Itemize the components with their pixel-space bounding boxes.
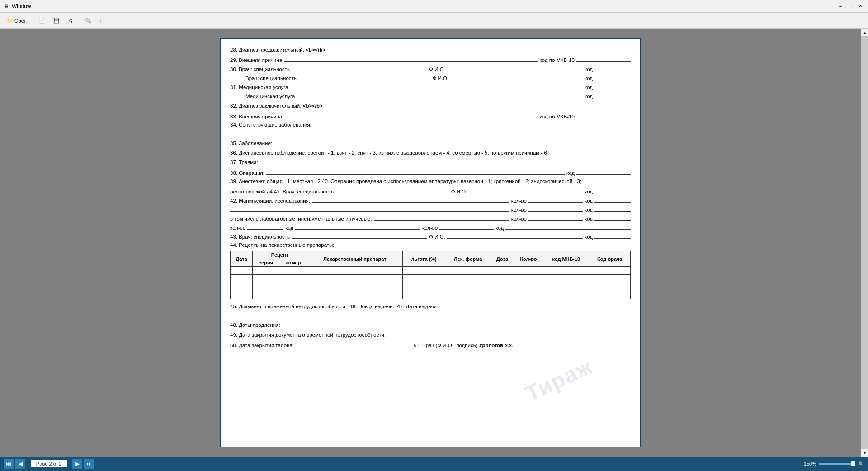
table-header-recipe: Рецепт [253,251,307,259]
right-scrollbar: ▲ ▼ [861,29,868,457]
field-41-fio [469,187,583,193]
field-41-code [594,187,631,193]
scroll-up-button[interactable]: ▲ [861,29,868,36]
maximize-button[interactable]: □ [846,2,854,10]
zoom-slider-track[interactable] [819,463,855,465]
text-button[interactable]: T [96,15,106,27]
field-33-value [284,112,538,118]
field-29: 29. Внешняя причина код по МКБ-10 [230,56,631,63]
field-42b-kod2 [505,223,631,230]
field-38-code-label: код [566,170,575,176]
table-cell [279,267,307,275]
window-title: Window [12,3,31,9]
scroll-track[interactable] [861,36,868,449]
field-30a-code [594,65,631,71]
save-button[interactable]: 💾 [50,15,63,27]
field-50-value [296,341,412,347]
field-51-label: 51. Врач (Ф.И.О., подпись) Урологов У.У. [414,343,513,348]
next-page-button[interactable]: ▶ [72,459,82,469]
table-header-vrach: Код врача [589,251,631,267]
title-bar-left: 🖥 Window [4,3,31,9]
watermark: Тираж [522,353,597,406]
field-33-label: 33. Внешняя причина [230,114,282,119]
doc-area[interactable]: Тираж 28. Диагноз предварительный: <b></… [0,29,861,457]
table-cell [589,283,631,291]
field-31a-code-label: код [585,85,593,90]
field-51-value [514,341,631,347]
field-42b-kod [295,223,420,230]
table-cell [514,283,543,291]
field-42-kolvo2 [528,205,583,212]
table-cell [307,291,403,299]
table-header-kolvo: Кол-во [514,251,543,267]
close-button[interactable]: ✕ [856,2,864,10]
field-42-kod1 [594,196,631,203]
table-header-seria: серия [253,259,279,267]
table-header-date: Дата [231,251,253,267]
field-28: 28. Диагноз предварительный: <b></b> [230,46,631,54]
toolbar-separator-2 [79,16,79,25]
field-42b-row1: в том числе лабораторные, инструментальн… [230,214,631,221]
field-39-41-text: 39. Анестезия: общая - 1; местная - 2 40… [230,178,631,185]
field-35: 35. Заболевание: [230,140,631,147]
table-cell [231,267,253,275]
table-cell [403,267,445,275]
minimize-button[interactable]: − [836,2,844,10]
prev-page-button[interactable]: ◀ [15,459,25,469]
field-42b-value1 [374,214,509,221]
field-30b-spec [298,74,431,80]
field-31a-value [290,83,583,89]
zoom-area: 150% 🔍 [804,461,864,467]
field-42b-kolvo [247,223,283,230]
table-cell [543,275,589,283]
table-cell [403,291,445,299]
field-30b-fio-label: Ф.И.О. [433,75,449,81]
table-header-drug: Лекарственный препарат [307,251,403,267]
field-43-code [594,232,631,239]
field-30a-fio [447,65,583,71]
field-48: 48. Даты продления: [230,321,631,329]
search-icon: 🔍 [85,18,91,24]
table-cell [279,275,307,283]
field-42b-kod1-label: код [585,216,593,221]
table-cell [445,291,491,299]
zoom-slider-thumb[interactable] [851,461,855,466]
table-cell [589,291,631,299]
field-42-kolvo1 [528,196,583,203]
last-page-button[interactable]: ⏭ [84,459,94,469]
field-42-kod2 [594,205,631,212]
first-page-button[interactable]: ⏮ [4,459,14,469]
search-button[interactable]: 🔍 [82,15,94,27]
zoom-label: 150% [804,461,816,466]
title-bar: 🖥 Window − □ ✕ [0,0,868,13]
print-button[interactable]: 🖨 [65,15,76,27]
separator-line [230,101,631,101]
table-cell [514,275,543,283]
toolbar: 📁 Open 📄 💾 🖨 🔍 T [0,13,868,29]
prescription-table: Дата Рецепт Лекарственный препарат льгот… [230,251,631,299]
new-button[interactable]: 📄 [36,15,48,27]
open-button[interactable]: 📁 Open [4,15,30,27]
doc-page: Тираж 28. Диагноз предварительный: <b></… [220,38,641,447]
table-cell [445,275,491,283]
field-41-prefix: рентгеновской - 4 41. Врач: специальност… [230,189,334,194]
field-43-fio-label: Ф.И.О. [429,234,445,240]
field-30b-code-label: код [585,75,593,81]
table-row [231,267,631,275]
field-42-row1: 42. Манипуляции, исследования: кол-во ко… [230,196,631,203]
field-31a-code [594,83,631,89]
field-31b-value [297,92,583,98]
field-42-kolvo2-label: кол-во [511,207,527,212]
field-33: 33. Внешняя причина код по МКБ-10 [230,112,631,119]
field-38-code [576,169,631,175]
table-cell [589,267,631,275]
table-cell [491,267,514,275]
field-30b: Врач: специальность Ф.И.О. код [230,74,631,81]
field-42-label: 42. Манипуляции, исследования: [230,198,310,203]
text-icon: T [99,18,103,24]
field-43-label: 43. Врач: специальность [230,234,290,240]
table-cell [491,275,514,283]
scroll-down-button[interactable]: ▼ [861,449,868,457]
table-cell [403,275,445,283]
table-cell [307,275,403,283]
